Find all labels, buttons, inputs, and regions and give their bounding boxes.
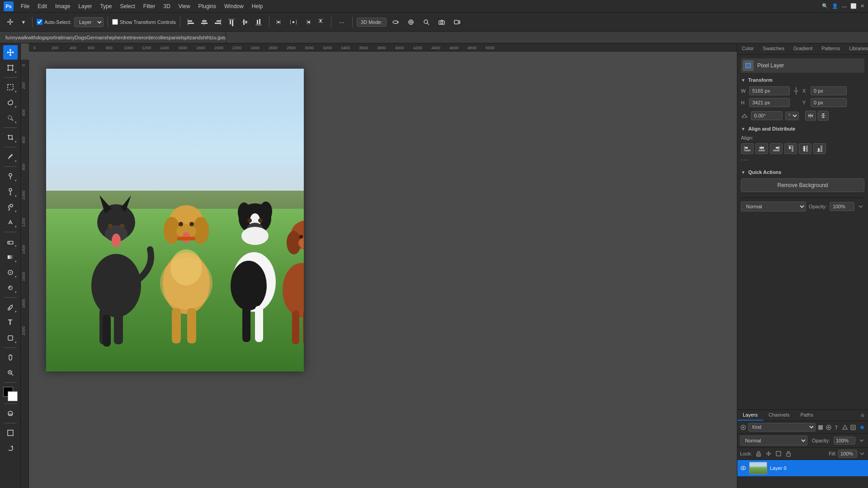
tab-color[interactable]: Color: [737, 43, 758, 54]
menu-edit[interactable]: Edit: [34, 2, 51, 10]
menu-filter[interactable]: Filter: [140, 2, 159, 10]
angle-input[interactable]: [751, 111, 783, 120]
rotate-view-tool[interactable]: [3, 441, 18, 455]
menu-file[interactable]: File: [17, 2, 33, 10]
dodge-tool[interactable]: [3, 281, 18, 295]
tab-layers[interactable]: Layers: [737, 410, 763, 421]
dist-center-icon[interactable]: [287, 16, 300, 28]
layer-smartobj-icon[interactable]: [850, 424, 856, 431]
dist-left-icon[interactable]: [274, 16, 286, 28]
gradient-tool[interactable]: [3, 250, 18, 264]
artboard-tool[interactable]: [3, 61, 18, 75]
layers-blend-select[interactable]: Normal: [740, 436, 807, 446]
flip-h-btn[interactable]: [805, 111, 816, 121]
tab-patterns[interactable]: Patterns: [817, 43, 844, 54]
3d-pan-icon[interactable]: [405, 16, 417, 28]
menu-type[interactable]: Type: [96, 2, 115, 10]
history-brush-tool[interactable]: [3, 215, 18, 230]
tab-libraries[interactable]: Libraries: [844, 43, 868, 54]
menu-view[interactable]: View: [175, 2, 194, 10]
zoom-tool[interactable]: [3, 366, 18, 380]
restore-btn[interactable]: ⬜: [850, 3, 857, 9]
filter-select[interactable]: Kind Name Effect Mode Attribute: [748, 423, 816, 432]
layer-shape-icon[interactable]: [842, 424, 848, 431]
3d-video-icon[interactable]: [451, 16, 463, 28]
transform-header[interactable]: ▼ Transform: [741, 77, 864, 83]
lock-artboard-icon[interactable]: [775, 450, 782, 457]
more-align-btn[interactable]: ···: [741, 156, 864, 164]
move-tool-icon[interactable]: ✛: [4, 16, 16, 28]
menu-help[interactable]: Help: [248, 2, 267, 10]
brush-tool[interactable]: [3, 184, 18, 199]
align-bottom-icon[interactable]: [252, 16, 265, 28]
align-right-icon[interactable]: [212, 16, 224, 28]
width-input[interactable]: [749, 86, 790, 95]
flip-v-btn[interactable]: [818, 111, 829, 121]
align-top-btn[interactable]: [784, 143, 797, 154]
screen-mode-tool[interactable]: [3, 426, 18, 440]
3d-zoom-icon[interactable]: [420, 16, 433, 28]
blend-mode-select[interactable]: Normal Multiply Screen Overlay Soft Ligh…: [741, 202, 806, 211]
fill-input[interactable]: [838, 450, 857, 458]
menu-plugins[interactable]: Plugins: [195, 2, 220, 10]
rect-select-tool[interactable]: [3, 80, 18, 94]
align-left-icon[interactable]: [184, 16, 197, 28]
transform-controls-checkbox[interactable]: [112, 19, 118, 25]
layer-pixel-icon[interactable]: [817, 424, 824, 431]
color-swatches[interactable]: [3, 387, 18, 401]
quick-mask-tool[interactable]: [3, 406, 18, 421]
lasso-tool[interactable]: [3, 95, 18, 110]
dist-top-icon[interactable]: [314, 16, 327, 28]
layers-opacity-input[interactable]: [834, 436, 855, 445]
menu-3d[interactable]: 3D: [160, 2, 174, 10]
layer-item-0[interactable]: Layer 0: [737, 460, 868, 476]
layers-more-btn[interactable]: ≡: [861, 412, 864, 419]
auto-select-checkbox[interactable]: [37, 19, 42, 25]
layer-adjustment-icon[interactable]: [826, 424, 832, 431]
menu-layer[interactable]: Layer: [75, 2, 95, 10]
eyedropper-tool[interactable]: [3, 150, 18, 164]
healing-brush-tool[interactable]: [3, 169, 18, 183]
menu-window[interactable]: Window: [221, 2, 247, 10]
canvas-wrapper[interactable]: ◀ ▶: [37, 60, 737, 488]
quick-select-tool[interactable]: [3, 111, 18, 125]
opacity-expand-btn[interactable]: [857, 203, 864, 210]
align-center-h-icon[interactable]: [198, 16, 211, 28]
opacity-dropdown-btn[interactable]: [858, 438, 865, 443]
profile-icon[interactable]: 👤: [832, 3, 838, 9]
shape-tool[interactable]: [3, 331, 18, 345]
lock-position-icon[interactable]: [765, 450, 772, 457]
tab-gradient[interactable]: Gradient: [789, 43, 817, 54]
move-tool[interactable]: [3, 45, 18, 60]
align-bottom-btn[interactable]: [813, 143, 826, 154]
remove-background-btn[interactable]: Remove Background: [741, 178, 864, 192]
align-center-v-icon[interactable]: [239, 16, 251, 28]
align-center-h-btn[interactable]: [755, 143, 768, 154]
layer-filter-toggle[interactable]: [859, 424, 865, 431]
lock-pixels-icon[interactable]: [755, 450, 762, 457]
more-options-icon[interactable]: ···: [335, 16, 348, 28]
tab-swatches[interactable]: Swatches: [758, 43, 789, 54]
tool-options-icon[interactable]: ▼: [19, 16, 28, 28]
panel-collapse-btn[interactable]: ›: [737, 272, 737, 290]
3d-camera-icon[interactable]: [435, 16, 448, 28]
close-btn[interactable]: ✕: [860, 3, 864, 9]
menu-image[interactable]: Image: [52, 2, 74, 10]
text-tool[interactable]: T: [3, 315, 18, 330]
blur-tool[interactable]: [3, 265, 18, 280]
align-left-btn[interactable]: [741, 143, 754, 154]
align-center-v-btn[interactable]: [799, 143, 811, 154]
tab-channels[interactable]: Channels: [763, 410, 795, 421]
dist-right-icon[interactable]: [301, 16, 313, 28]
crop-tool[interactable]: [3, 130, 18, 145]
menu-select[interactable]: Select: [116, 2, 138, 10]
eraser-tool[interactable]: [3, 235, 18, 249]
layer-visibility-eye[interactable]: [740, 465, 746, 471]
tab-paths[interactable]: Paths: [795, 410, 819, 421]
transform-controls-label[interactable]: Show Transform Controls: [112, 19, 176, 25]
align-top-icon[interactable]: [225, 16, 238, 28]
auto-select-checkbox-label[interactable]: Auto-Select:: [37, 19, 71, 25]
height-input[interactable]: [749, 98, 790, 107]
layer-text-icon[interactable]: T: [834, 424, 840, 431]
stamp-tool[interactable]: [3, 200, 18, 214]
